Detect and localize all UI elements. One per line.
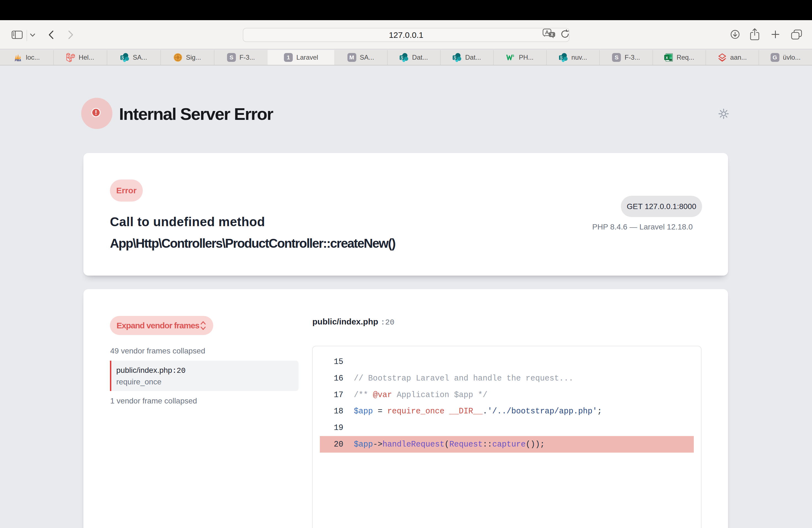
svg-text:PMA: PMA [15,59,21,62]
svg-text:3: 3 [512,54,514,57]
svg-text:x: x [666,55,668,60]
